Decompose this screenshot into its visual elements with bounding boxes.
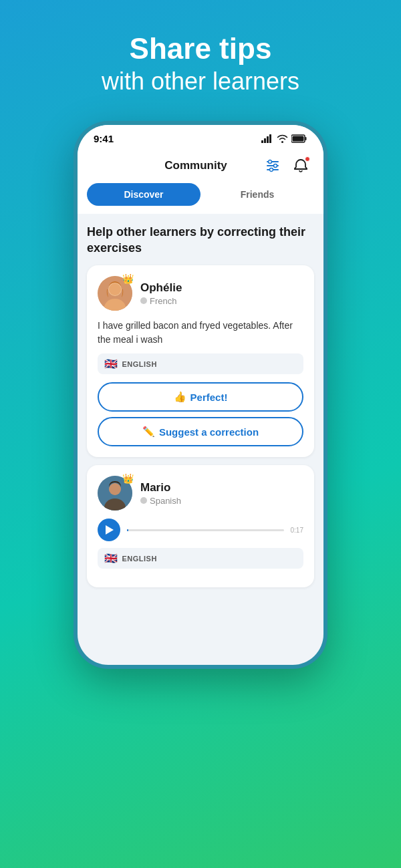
svg-rect-0 bbox=[261, 140, 263, 143]
svg-rect-5 bbox=[305, 137, 307, 140]
lang-tag-ophelie: 🇬🇧 ENGLISH bbox=[98, 353, 303, 374]
perfect-label: Perfect! bbox=[190, 392, 228, 403]
crown-badge-ophelie: 👑 bbox=[122, 273, 134, 284]
user-info-ophelie: Ophélie French bbox=[140, 281, 182, 306]
perfect-button[interactable]: 👍 Perfect! bbox=[98, 382, 303, 412]
play-button-mario[interactable] bbox=[98, 519, 120, 541]
avatar-mario: 👑 bbox=[98, 476, 132, 511]
lang-tag-mario: 🇬🇧 ENGLISH bbox=[98, 548, 303, 569]
user-row-mario: 👑 Mario Spanish bbox=[98, 476, 303, 511]
phone-frame: 9:41 bbox=[74, 121, 327, 669]
header-icons bbox=[262, 155, 311, 176]
app-header: Community bbox=[78, 148, 323, 183]
phone-inner: 9:41 bbox=[78, 125, 323, 665]
section-title: Help other learners by correcting their … bbox=[87, 225, 314, 256]
headline-line1: Share tips bbox=[102, 32, 299, 66]
play-triangle-icon bbox=[106, 525, 114, 535]
bell-button[interactable] bbox=[290, 155, 311, 176]
svg-rect-2 bbox=[267, 136, 269, 143]
user-name-ophelie: Ophélie bbox=[140, 281, 182, 295]
wifi-icon bbox=[277, 134, 288, 143]
suggest-correction-button[interactable]: ✏️ Suggest a correction bbox=[98, 417, 303, 446]
svg-rect-1 bbox=[264, 138, 266, 143]
user-row-ophelie: 👑 Ophélie French bbox=[98, 276, 303, 311]
suggest-correction-label: Suggest a correction bbox=[159, 426, 259, 438]
flag-icon-ophelie: 🇬🇧 bbox=[104, 357, 118, 370]
tab-friends[interactable]: Friends bbox=[200, 183, 314, 206]
svg-rect-6 bbox=[293, 136, 304, 142]
thumbs-up-icon: 👍 bbox=[174, 391, 186, 403]
user-name-mario: Mario bbox=[140, 481, 181, 494]
audio-progress-bar[interactable] bbox=[127, 529, 284, 531]
lang-dot-mario bbox=[140, 497, 147, 504]
flag-icon-mario: 🇬🇧 bbox=[104, 552, 118, 565]
content-area: Help other learners by correcting their … bbox=[78, 214, 323, 606]
user-info-mario: Mario Spanish bbox=[140, 481, 181, 506]
tabs-bar: Discover Friends bbox=[78, 183, 323, 214]
svg-point-10 bbox=[269, 160, 272, 164]
card-mario: 👑 Mario Spanish bbox=[87, 465, 314, 587]
exercise-text-ophelie: I have grilled bacon and fryed vegetable… bbox=[98, 319, 303, 347]
battery-icon bbox=[291, 134, 307, 143]
crown-badge-mario: 👑 bbox=[122, 473, 134, 484]
card-ophelie: 👑 Ophélie French I have grilled bacon an… bbox=[87, 265, 314, 457]
svg-point-18 bbox=[109, 483, 121, 495]
svg-point-12 bbox=[270, 168, 273, 172]
phone-notch bbox=[157, 125, 244, 146]
audio-player-mario: 0:17 bbox=[98, 519, 303, 541]
audio-time-mario: 0:17 bbox=[291, 527, 303, 534]
filter-icon bbox=[265, 158, 280, 173]
svg-point-11 bbox=[274, 164, 277, 168]
bell-notification-dot bbox=[305, 156, 310, 162]
avatar-ophelie: 👑 bbox=[98, 276, 132, 311]
pencil-icon: ✏️ bbox=[142, 426, 155, 438]
svg-rect-3 bbox=[269, 134, 271, 143]
user-lang-ophelie: French bbox=[140, 296, 182, 306]
headline-line2: with other learners bbox=[102, 66, 299, 98]
lang-dot bbox=[140, 297, 147, 304]
status-icons bbox=[261, 134, 307, 143]
svg-point-16 bbox=[109, 283, 121, 295]
status-time: 9:41 bbox=[94, 133, 114, 144]
signal-icon bbox=[261, 134, 273, 143]
user-lang-mario: Spanish bbox=[140, 496, 181, 506]
tab-discover[interactable]: Discover bbox=[87, 183, 200, 206]
header-title: Community bbox=[130, 159, 262, 172]
filter-button[interactable] bbox=[262, 155, 283, 176]
headline-area: Share tips with other learners bbox=[75, 0, 326, 121]
